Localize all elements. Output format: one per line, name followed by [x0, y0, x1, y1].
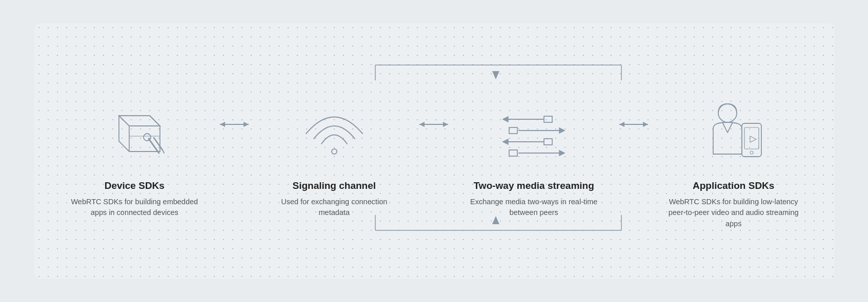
svg-rect-27 [509, 127, 517, 134]
application-sdks-desc: WebRTC SDKs for building low-latency pee… [667, 197, 800, 230]
person-phone-icon [693, 93, 775, 175]
bidirectional-arrow-3 [618, 118, 649, 131]
svg-marker-28 [559, 128, 564, 133]
box-wrench-icon [93, 93, 175, 175]
svg-point-13 [144, 134, 151, 141]
column-application-sdks: Application SDKs WebRTC SDKs for buildin… [654, 88, 814, 230]
arrow-connector-2 [414, 118, 454, 131]
svg-marker-37 [619, 122, 624, 127]
column-signaling: Signaling channel Used for exchanging co… [254, 88, 414, 219]
signaling-title: Signaling channel [292, 180, 376, 192]
device-sdks-icon-area [55, 88, 215, 180]
arrow-connector-1 [214, 118, 254, 131]
diagram-container: Device SDKs WebRTC SDKs for building emb… [34, 23, 834, 279]
columns-row: Device SDKs WebRTC SDKs for building emb… [55, 88, 814, 230]
bidirectional-arrow-2 [418, 118, 449, 131]
svg-marker-25 [503, 117, 508, 122]
device-sdks-title: Device SDKs [105, 180, 165, 192]
top-flow-arrow [370, 45, 627, 80]
svg-marker-36 [643, 122, 648, 127]
svg-marker-22 [419, 122, 425, 127]
svg-marker-7 [492, 216, 499, 224]
svg-marker-18 [220, 122, 225, 127]
bidirectional-arrow-1 [219, 118, 250, 131]
arrow-connector-3 [614, 118, 654, 131]
svg-line-40 [728, 122, 733, 133]
svg-point-38 [718, 104, 737, 122]
svg-line-15 [163, 150, 164, 153]
wifi-icon [296, 93, 373, 175]
two-way-title: Two-way media streaming [474, 180, 594, 192]
svg-marker-21 [443, 122, 448, 127]
device-sdks-desc: WebRTC SDKs for building embedded apps i… [68, 197, 201, 219]
bottom-flow-arrow [370, 215, 627, 251]
svg-marker-9 [119, 116, 160, 126]
svg-marker-31 [503, 139, 508, 144]
svg-marker-34 [559, 150, 564, 156]
svg-rect-42 [744, 127, 759, 149]
svg-marker-3 [492, 71, 499, 79]
signaling-icon-area [254, 88, 414, 180]
media-streaming-icon [493, 93, 575, 175]
application-sdks-title: Application SDKs [693, 180, 774, 192]
application-sdks-icon-area [654, 88, 814, 180]
column-device-sdks: Device SDKs WebRTC SDKs for building emb… [55, 88, 215, 219]
svg-rect-33 [509, 150, 517, 156]
svg-marker-43 [750, 136, 756, 142]
svg-line-39 [722, 122, 728, 133]
svg-marker-17 [244, 122, 249, 127]
two-way-icon-area [454, 88, 614, 180]
svg-rect-24 [544, 116, 552, 122]
column-two-way: Two-way media streaming Exchange media t… [454, 88, 614, 219]
svg-line-12 [149, 139, 159, 153]
svg-point-44 [750, 151, 753, 154]
svg-rect-41 [742, 123, 761, 157]
svg-rect-30 [544, 139, 552, 145]
svg-point-19 [332, 149, 337, 154]
